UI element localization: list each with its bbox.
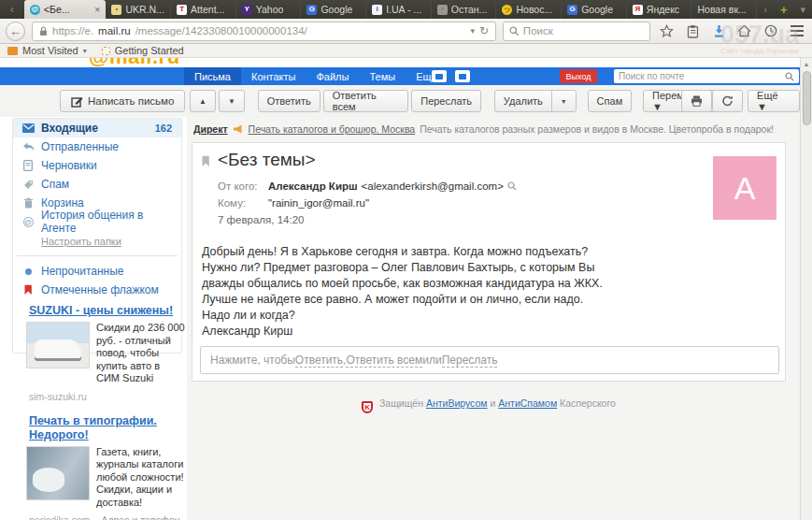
scrollbar-thumb[interactable] [803,71,811,125]
quick-forward-link[interactable]: Переслать [442,354,498,368]
compose-pencil-icon [71,95,83,108]
back-button[interactable]: ← [6,22,25,41]
filter-flagged[interactable]: Отмеченные флажком [13,281,181,299]
delete-button[interactable]: Удалить [494,90,552,112]
ad-suzuki[interactable]: Скидки до 236 000 руб. - отличный повод,… [26,322,187,385]
from-label: От кого: [218,178,264,195]
spam-button[interactable]: Спам [588,90,633,112]
folder-spam[interactable]: Спам [13,175,181,194]
tab-close-icon[interactable]: × [94,4,100,15]
tab-yandex[interactable]: Яндекс [627,0,692,19]
home-icon[interactable] [734,21,754,41]
yahoo-favicon-icon [242,5,252,15]
chevron-down-icon: ▾ [83,47,87,55]
delete-dropdown-icon[interactable]: ▼ [551,90,577,112]
browser-search-input[interactable] [523,25,644,36]
mailru-favicon-icon [30,5,40,15]
direct-label[interactable]: Директ [193,123,228,135]
nav-themes[interactable]: Темы [359,67,406,85]
sender-email[interactable]: <alexanderkirsh@gmail.com> [362,178,504,195]
ad-print-title[interactable]: Печать в типографии. Недорого! [29,414,178,442]
reload-icon[interactable]: ↻ [479,24,489,37]
browser-search-bar[interactable] [503,22,650,41]
ad-print-text: Газета, книги, журналы каталоги любой сл… [96,446,185,510]
tab-yahoo[interactable]: Yahoo [236,0,302,19]
bookmark-page-icon [102,47,110,55]
tab-ukrnet[interactable]: UKR.N... [106,0,171,19]
menu-hamburger-icon[interactable] [787,21,806,41]
iua-favicon-icon [372,5,382,15]
logout-button[interactable]: Выход [560,69,597,83]
mail-search-bar[interactable] [614,69,799,83]
folder-agent-history[interactable]: @ История общения в Агенте [13,212,181,231]
ad-suzuki-title[interactable]: SUZUKI - цены снижены! [29,304,178,318]
sender-name[interactable]: Александр Кирш [268,178,358,195]
search-sender-icon[interactable] [507,181,517,191]
smiley-favicon-icon [502,5,512,15]
prev-message-button[interactable]: ▲ [190,90,216,112]
body-line: дважды общались по моей просьбе, как воз… [202,276,603,292]
recipient-email[interactable]: "rainin_igor@mail.ru" [268,195,369,211]
folder-drafts[interactable]: Черновики [13,156,181,175]
antispam-link[interactable]: АнтиСпамом [498,397,557,409]
filter-unread[interactable]: Непрочитанные [13,262,181,281]
reply-all-button[interactable]: Ответить всем [323,90,409,112]
antivirus-link[interactable]: АнтиВирусом [426,397,488,409]
toolbar-right-icons [681,90,743,112]
message-flag-icon[interactable] [201,155,210,167]
direct-ad-text: Печать каталогов разных размеров и видов… [420,123,774,135]
main-content: Директ Печать каталогов и брошюр. Москва… [187,117,800,520]
bookmark-most-visited[interactable]: Most Visited ▾ [7,45,87,56]
configure-folders-link[interactable]: Настроить папки [41,236,121,247]
ad-print[interactable]: Газета, книги, журналы каталоги любой сл… [26,446,187,510]
calendar-icon[interactable] [455,70,470,82]
all-tabs-dropdown-icon[interactable]: ▾ [793,4,812,16]
downloads-icon[interactable] [709,21,729,41]
bookmarks-menu-icon[interactable] [683,21,703,41]
nav-contacts[interactable]: Контакты [241,67,306,85]
printer-icon [691,95,703,107]
refresh-button[interactable] [712,90,743,112]
tab-scroll-right-button[interactable]: › [757,4,774,15]
sender-avatar[interactable]: А [713,156,776,220]
browser-navbar: ← https://e.mail.ru/message/142330800100… [0,19,812,44]
next-message-button[interactable]: ▼ [219,90,245,112]
tab-google-1[interactable]: Google [301,0,366,19]
more-button[interactable]: Ещё ▼ [748,90,800,112]
nav-files[interactable]: Файлы [306,67,359,85]
tab-new[interactable]: Новая вк... [691,0,757,19]
mailru-header-bar: Письма Контакты Файлы Темы Ещё Выход [0,67,800,85]
agent-icon[interactable] [432,70,447,82]
folder-sent[interactable]: Отправленные [13,137,181,156]
quick-reply-box[interactable]: Нажмите, чтобы Ответить, Ответить всем и… [200,346,779,374]
mailru-page: @mail.ru Письма Контакты Файлы Темы Ещё … [0,58,812,520]
nav-letters[interactable]: Письма [184,67,241,85]
bookmark-star-icon[interactable] [657,21,677,41]
tab-ostan[interactable]: Остан... [432,0,497,19]
mail-search-input[interactable] [619,71,781,81]
tab-mailru-active[interactable]: <Бе... × [24,0,107,19]
tab-scroll-left-button[interactable]: ‹ [0,0,24,19]
new-tab-button[interactable]: + [774,3,794,17]
compose-button[interactable]: Написать письмо [60,90,185,112]
quick-reply-link[interactable]: Ответить [295,354,343,368]
bookmark-getting-started[interactable]: Getting Started [102,45,184,56]
reply-button[interactable]: Ответить [258,90,321,112]
url-bar[interactable]: https://e.mail.ru/message/14233080010000… [32,22,496,41]
message-body: Добрый день! Я в Харькове сегодня и завт… [202,244,603,339]
direct-ad-link[interactable]: Печать каталогов и брошюр. Москва [249,123,416,135]
quick-reply-all-link[interactable]: Ответить всем [346,354,422,368]
tab-google-2[interactable]: Google [562,0,627,19]
scroll-up-icon[interactable]: ▲ [801,58,812,70]
tab-iua[interactable]: I.UA - ... [366,0,432,19]
print-button[interactable] [681,90,712,112]
tab-novosti[interactable]: Новос... [496,0,562,19]
history-clock-icon[interactable] [761,21,780,41]
mailru-nav: Письма Контакты Файлы Темы Ещё [184,67,448,85]
folder-inbox[interactable]: Входящие 162 [13,119,181,137]
tab-attent[interactable]: Attent... [171,0,236,19]
forward-button[interactable]: Переслать [411,90,481,112]
page-scrollbar[interactable]: ▲ [800,58,812,520]
mailru-logo[interactable]: @mail.ru [89,58,180,67]
url-dropdown-icon[interactable]: ▾ [470,26,475,36]
